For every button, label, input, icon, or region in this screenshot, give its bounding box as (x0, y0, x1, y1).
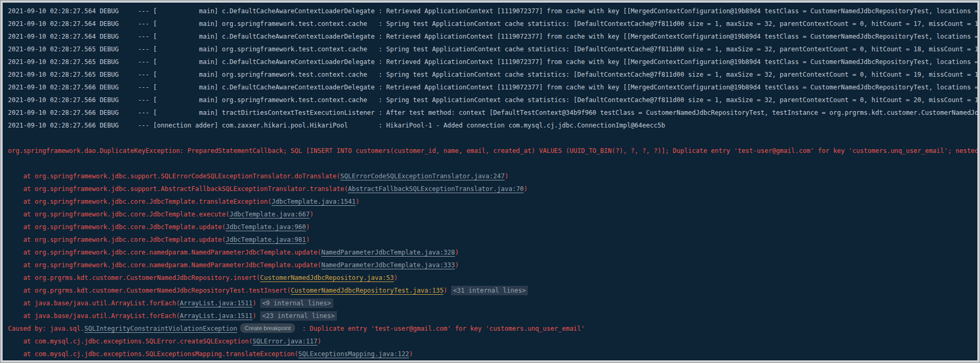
run-console-window: 2021-09-10 02:28:27.564 DEBUG --- [ main… (0, 0, 980, 363)
error-text: Caused by: java.sql. (8, 325, 85, 332)
log-line: 2021-09-10 02:28:27.566 DEBUG --- [onnec… (8, 119, 977, 132)
folded-lines-badge[interactable]: <9 internal lines> (260, 298, 333, 308)
stack-frame-line: at org.springframework.jdbc.core.JdbcTem… (8, 233, 977, 246)
stack-frame-link[interactable]: JdbcTemplate.java:1541 (272, 198, 356, 205)
stack-frame-line: at org.springframework.jdbc.core.JdbcTem… (8, 221, 977, 233)
log-text: 2021-09-10 02:28:27.565 DEBUG --- [ main… (8, 58, 977, 66)
error-text: ) (444, 287, 447, 294)
console-output[interactable]: 2021-09-10 02:28:27.564 DEBUG --- [ main… (3, 3, 977, 360)
error-text: ) (252, 300, 256, 307)
stack-frame-line: at com.mysql.cj.jdbc.exceptions.SQLError… (8, 335, 977, 348)
stack-frame-link[interactable]: SQLErrorCodeSQLExceptionTranslator.java:… (341, 173, 505, 180)
stack-frame-link[interactable]: JdbcTemplate.java:960 (226, 223, 306, 231)
log-line: 2021-09-10 02:28:27.564 DEBUG --- [ main… (8, 30, 977, 43)
stack-frame-line: at org.springframework.jdbc.support.Abst… (8, 183, 977, 195)
log-line: 2021-09-10 02:28:27.565 DEBUG --- [ main… (8, 56, 977, 68)
log-line: 2021-09-10 02:28:27.565 DEBUG --- [ main… (8, 68, 977, 81)
error-text: at com.mysql.cj.jdbc.exceptions.SQLExcep… (8, 350, 298, 358)
blank-line (8, 157, 977, 170)
error-text: ) (455, 261, 459, 269)
error-text: at org.springframework.jdbc.core.JdbcTem… (8, 211, 230, 218)
stack-frame-line: at org.springframework.jdbc.core.namedpa… (8, 259, 977, 271)
folded-lines-badge[interactable]: <31 internal lines> (451, 286, 528, 295)
log-line: 2021-09-10 02:28:27.565 DEBUG --- [ main… (8, 43, 977, 56)
log-line: 2021-09-10 02:28:27.564 DEBUG --- [ main… (8, 5, 977, 17)
error-text: ) (252, 312, 256, 320)
error-text: at org.springframework.jdbc.core.JdbcTem… (8, 223, 226, 231)
stack-frame-line: at org.springframework.jdbc.support.SQLE… (8, 170, 977, 183)
stack-frame-link[interactable]: JdbcTemplate.java:667 (230, 211, 310, 218)
stack-frame-link[interactable]: ArrayList.java:1511 (180, 312, 252, 320)
error-text: ) (394, 274, 398, 282)
log-text: 2021-09-10 02:28:27.564 DEBUG --- [ main… (8, 20, 977, 28)
stack-frame-link[interactable]: SQLIntegrityConstraintViolationException (85, 325, 237, 332)
stack-frame-line: at org.prgrms.kdt.customer.CustomerNamed… (8, 284, 977, 297)
error-text: at org.springframework.jdbc.core.namedpa… (8, 249, 321, 256)
error-text: at org.springframework.jdbc.support.SQLE… (8, 173, 341, 180)
stack-frame-link[interactable]: SQLError.java:117 (252, 338, 317, 345)
stack-frame-line: at org.springframework.jdbc.core.namedpa… (8, 246, 977, 259)
error-text: ) (409, 350, 413, 358)
error-text: ) (310, 211, 314, 218)
error-text: ) (524, 185, 527, 193)
stack-frame-line: at org.prgrms.kdt.customer.CustomerNamed… (8, 271, 977, 284)
blank-line (8, 132, 977, 144)
log-line: 2021-09-10 02:28:27.564 DEBUG --- [ main… (8, 17, 977, 30)
error-text: ) (306, 223, 310, 231)
folded-lines-badge[interactable]: <23 internal lines> (260, 311, 337, 321)
error-text: org.springframework.dao.DuplicateKeyExce… (8, 147, 977, 155)
log-text: 2021-09-10 02:28:27.566 DEBUG --- [ main… (8, 84, 977, 91)
error-text: ) (455, 249, 459, 256)
stack-frame-line: at org.springframework.jdbc.core.JdbcTem… (8, 208, 977, 221)
stack-frame-link[interactable]: JdbcTemplate.java:981 (226, 236, 306, 243)
caused-by-line: Caused by: java.sql.SQLIntegrityConstrai… (8, 322, 977, 335)
log-line: 2021-09-10 02:28:27.566 DEBUG --- [ main… (8, 106, 977, 119)
stack-frame-line: at java.base/java.util.ArrayList.forEach… (8, 297, 977, 310)
error-text: at org.springframework.jdbc.core.namedpa… (8, 261, 321, 269)
log-text: 2021-09-10 02:28:27.564 DEBUG --- [ main… (8, 7, 977, 15)
error-text: at org.prgrms.kdt.customer.CustomerNamed… (8, 287, 291, 294)
error-text: ) (505, 173, 508, 180)
stack-frame-link[interactable]: NamedParameterJdbcTemplate.java:333 (321, 261, 455, 269)
stack-frame-line: at java.base/java.util.ArrayList.forEach… (8, 310, 977, 322)
stack-frame-link[interactable]: ArrayList.java:1511 (180, 300, 252, 307)
error-text: at org.springframework.jdbc.core.JdbcTem… (8, 198, 272, 205)
log-line: 2021-09-10 02:28:27.566 DEBUG --- [ main… (8, 81, 977, 94)
log-text: 2021-09-10 02:28:27.566 DEBUG --- [onnec… (8, 122, 665, 129)
log-text: 2021-09-10 02:28:27.566 DEBUG --- [ main… (8, 96, 977, 104)
exception-message-line: org.springframework.dao.DuplicateKeyExce… (8, 144, 977, 157)
error-text: : Duplicate entry 'test-user@gmail.com' … (298, 325, 585, 332)
error-text: ) (317, 338, 321, 345)
stack-frame-link-user[interactable]: CustomerNamedJdbcRepository.java:53 (260, 274, 394, 282)
log-text: 2021-09-10 02:28:27.565 DEBUG --- [ main… (8, 71, 977, 78)
error-text: at java.base/java.util.ArrayList.forEach… (8, 300, 180, 307)
stack-frame-link[interactable]: SQLExceptionsMapping.java:122 (298, 350, 409, 358)
stack-frame-link-user[interactable]: CustomerNamedJdbcRepositoryTest.java:135 (291, 287, 444, 294)
error-text: ) (306, 236, 310, 243)
log-line: 2021-09-10 02:28:27.566 DEBUG --- [ main… (8, 94, 977, 106)
log-text: 2021-09-10 02:28:27.564 DEBUG --- [ main… (8, 33, 977, 40)
stack-frame-link[interactable]: NamedParameterJdbcTemplate.java:328 (321, 249, 455, 256)
stack-frame-link[interactable]: AbstractFallbackSQLExceptionTranslator.j… (348, 185, 524, 193)
error-text: at org.springframework.jdbc.support.Abst… (8, 185, 348, 193)
error-text: at java.base/java.util.ArrayList.forEach… (8, 312, 180, 320)
log-text: 2021-09-10 02:28:27.566 DEBUG --- [ main… (8, 109, 977, 116)
create-breakpoint-button[interactable]: Create breakpoint (240, 323, 295, 333)
error-text: at com.mysql.cj.jdbc.exceptions.SQLError… (8, 338, 252, 345)
log-text: 2021-09-10 02:28:27.565 DEBUG --- [ main… (8, 46, 977, 53)
stack-frame-line: at org.springframework.jdbc.core.JdbcTem… (8, 195, 977, 208)
error-text: at org.springframework.jdbc.core.JdbcTem… (8, 236, 226, 243)
error-text: ) (355, 198, 359, 205)
error-text: at org.prgrms.kdt.customer.CustomerNamed… (8, 274, 260, 282)
stack-frame-line: at com.mysql.cj.jdbc.exceptions.SQLExcep… (8, 348, 977, 360)
